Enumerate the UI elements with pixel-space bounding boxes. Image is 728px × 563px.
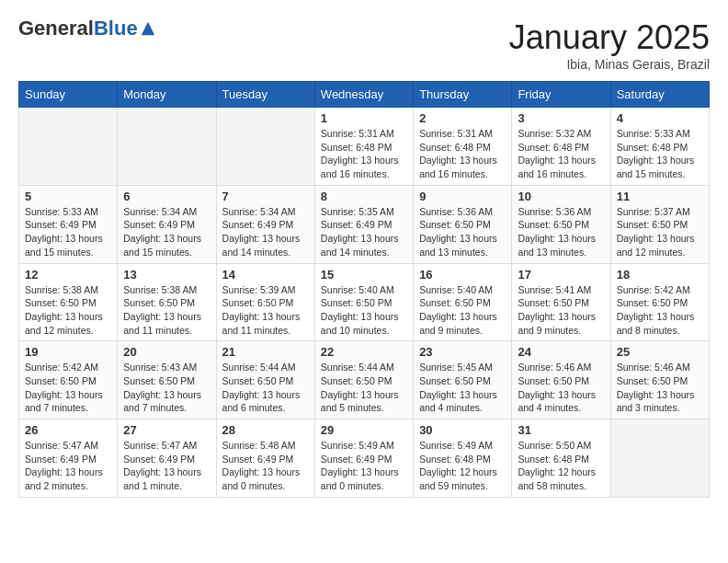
day-info: Sunrise: 5:34 AMSunset: 6:49 PMDaylight:… xyxy=(222,205,309,259)
weekday-header: Wednesday xyxy=(314,82,413,108)
calendar-cell: 21Sunrise: 5:44 AMSunset: 6:50 PMDayligh… xyxy=(216,341,314,419)
calendar-table: SundayMondayTuesdayWednesdayThursdayFrid… xyxy=(18,81,710,498)
day-number: 28 xyxy=(222,423,309,437)
calendar-cell: 1Sunrise: 5:31 AMSunset: 6:48 PMDaylight… xyxy=(314,108,413,186)
day-info: Sunrise: 5:33 AMSunset: 6:49 PMDaylight:… xyxy=(25,205,111,259)
day-number: 23 xyxy=(419,345,506,359)
calendar-week-row: 26Sunrise: 5:47 AMSunset: 6:49 PMDayligh… xyxy=(19,419,710,498)
calendar-cell: 20Sunrise: 5:43 AMSunset: 6:50 PMDayligh… xyxy=(118,341,216,419)
calendar-cell: 18Sunrise: 5:42 AMSunset: 6:50 PMDayligh… xyxy=(610,263,709,341)
day-info: Sunrise: 5:32 AMSunset: 6:48 PMDaylight:… xyxy=(518,127,604,181)
day-number: 9 xyxy=(419,190,506,203)
calendar-cell xyxy=(19,108,118,186)
calendar-cell: 12Sunrise: 5:38 AMSunset: 6:50 PMDayligh… xyxy=(19,263,118,341)
day-number: 19 xyxy=(25,345,111,359)
day-info: Sunrise: 5:50 AMSunset: 6:48 PMDaylight:… xyxy=(518,439,604,493)
calendar-cell: 31Sunrise: 5:50 AMSunset: 6:48 PMDayligh… xyxy=(512,419,610,498)
day-number: 5 xyxy=(25,190,111,203)
day-info: Sunrise: 5:48 AMSunset: 6:49 PMDaylight:… xyxy=(222,439,309,493)
day-number: 4 xyxy=(617,111,703,125)
weekday-header: Sunday xyxy=(19,82,118,108)
day-number: 13 xyxy=(123,268,210,282)
weekday-header: Saturday xyxy=(610,82,709,108)
logo-blue: Blue xyxy=(94,18,138,39)
calendar-cell: 4Sunrise: 5:33 AMSunset: 6:48 PMDaylight… xyxy=(610,108,709,186)
day-info: Sunrise: 5:40 AMSunset: 6:50 PMDaylight:… xyxy=(321,283,407,338)
day-number: 16 xyxy=(419,268,506,282)
day-number: 6 xyxy=(123,190,210,203)
day-info: Sunrise: 5:49 AMSunset: 6:48 PMDaylight:… xyxy=(419,439,506,493)
day-number: 1 xyxy=(321,111,407,125)
day-number: 22 xyxy=(321,345,407,359)
day-number: 11 xyxy=(617,190,703,203)
calendar-cell: 19Sunrise: 5:42 AMSunset: 6:50 PMDayligh… xyxy=(19,341,118,419)
day-info: Sunrise: 5:36 AMSunset: 6:50 PMDaylight:… xyxy=(419,205,506,259)
calendar-cell: 15Sunrise: 5:40 AMSunset: 6:50 PMDayligh… xyxy=(314,263,413,341)
calendar-cell: 11Sunrise: 5:37 AMSunset: 6:50 PMDayligh… xyxy=(610,185,709,263)
day-number: 25 xyxy=(617,345,703,359)
calendar-week-row: 19Sunrise: 5:42 AMSunset: 6:50 PMDayligh… xyxy=(19,341,710,419)
calendar-cell: 8Sunrise: 5:35 AMSunset: 6:49 PMDaylight… xyxy=(314,185,413,263)
weekday-header: Tuesday xyxy=(216,82,314,108)
day-number: 3 xyxy=(518,111,604,125)
day-info: Sunrise: 5:42 AMSunset: 6:50 PMDaylight:… xyxy=(25,361,111,415)
calendar-cell: 13Sunrise: 5:38 AMSunset: 6:50 PMDayligh… xyxy=(118,263,216,341)
calendar-cell: 16Sunrise: 5:40 AMSunset: 6:50 PMDayligh… xyxy=(414,263,512,341)
day-number: 26 xyxy=(25,423,111,437)
calendar-week-row: 12Sunrise: 5:38 AMSunset: 6:50 PMDayligh… xyxy=(19,263,710,341)
calendar-cell: 23Sunrise: 5:45 AMSunset: 6:50 PMDayligh… xyxy=(414,341,512,419)
day-info: Sunrise: 5:39 AMSunset: 6:50 PMDaylight:… xyxy=(222,283,309,338)
day-info: Sunrise: 5:47 AMSunset: 6:49 PMDaylight:… xyxy=(123,439,210,493)
day-info: Sunrise: 5:31 AMSunset: 6:48 PMDaylight:… xyxy=(419,127,506,181)
weekday-header: Friday xyxy=(512,82,610,108)
calendar-cell: 27Sunrise: 5:47 AMSunset: 6:49 PMDayligh… xyxy=(118,419,216,498)
day-info: Sunrise: 5:46 AMSunset: 6:50 PMDaylight:… xyxy=(617,361,703,415)
day-info: Sunrise: 5:40 AMSunset: 6:50 PMDaylight:… xyxy=(419,283,506,338)
day-info: Sunrise: 5:41 AMSunset: 6:50 PMDaylight:… xyxy=(518,283,604,338)
day-info: Sunrise: 5:37 AMSunset: 6:50 PMDaylight:… xyxy=(617,205,703,259)
calendar-cell: 14Sunrise: 5:39 AMSunset: 6:50 PMDayligh… xyxy=(216,263,314,341)
day-number: 2 xyxy=(419,111,506,125)
day-number: 20 xyxy=(123,345,210,359)
day-number: 31 xyxy=(518,423,604,437)
day-number: 15 xyxy=(321,268,407,282)
weekday-header-row: SundayMondayTuesdayWednesdayThursdayFrid… xyxy=(19,82,710,108)
calendar-cell: 2Sunrise: 5:31 AMSunset: 6:48 PMDaylight… xyxy=(414,108,512,186)
weekday-header: Thursday xyxy=(414,82,512,108)
calendar-cell xyxy=(610,419,709,498)
day-info: Sunrise: 5:45 AMSunset: 6:50 PMDaylight:… xyxy=(419,361,506,415)
calendar-cell: 28Sunrise: 5:48 AMSunset: 6:49 PMDayligh… xyxy=(216,419,314,498)
day-info: Sunrise: 5:42 AMSunset: 6:50 PMDaylight:… xyxy=(617,283,703,338)
svg-marker-0 xyxy=(141,22,154,35)
day-info: Sunrise: 5:31 AMSunset: 6:48 PMDaylight:… xyxy=(321,127,407,181)
day-info: Sunrise: 5:47 AMSunset: 6:49 PMDaylight:… xyxy=(25,439,111,493)
calendar-cell: 30Sunrise: 5:49 AMSunset: 6:48 PMDayligh… xyxy=(414,419,512,498)
calendar-cell xyxy=(216,108,314,186)
day-number: 7 xyxy=(222,190,309,203)
day-info: Sunrise: 5:49 AMSunset: 6:49 PMDaylight:… xyxy=(321,439,407,493)
logo-general: General xyxy=(18,18,94,39)
calendar-cell: 9Sunrise: 5:36 AMSunset: 6:50 PMDaylight… xyxy=(414,185,512,263)
day-number: 10 xyxy=(518,190,604,203)
day-number: 8 xyxy=(321,190,407,203)
day-number: 24 xyxy=(518,345,604,359)
day-number: 21 xyxy=(222,345,309,359)
location: Ibia, Minas Gerais, Brazil xyxy=(509,57,710,72)
calendar-week-row: 5Sunrise: 5:33 AMSunset: 6:49 PMDaylight… xyxy=(19,185,710,263)
day-info: Sunrise: 5:36 AMSunset: 6:50 PMDaylight:… xyxy=(518,205,604,259)
calendar-cell: 22Sunrise: 5:44 AMSunset: 6:50 PMDayligh… xyxy=(314,341,413,419)
day-number: 14 xyxy=(222,268,309,282)
calendar-cell: 5Sunrise: 5:33 AMSunset: 6:49 PMDaylight… xyxy=(19,185,118,263)
day-info: Sunrise: 5:38 AMSunset: 6:50 PMDaylight:… xyxy=(123,283,210,338)
day-info: Sunrise: 5:44 AMSunset: 6:50 PMDaylight:… xyxy=(321,361,407,415)
day-number: 27 xyxy=(123,423,210,437)
month-title: January 2025 xyxy=(509,18,710,57)
title-section: January 2025 Ibia, Minas Gerais, Brazil xyxy=(509,18,710,72)
day-number: 18 xyxy=(617,268,703,282)
day-info: Sunrise: 5:43 AMSunset: 6:50 PMDaylight:… xyxy=(123,361,210,415)
day-info: Sunrise: 5:35 AMSunset: 6:49 PMDaylight:… xyxy=(321,205,407,259)
day-number: 12 xyxy=(25,268,111,282)
day-info: Sunrise: 5:34 AMSunset: 6:49 PMDaylight:… xyxy=(123,205,210,259)
calendar-cell: 10Sunrise: 5:36 AMSunset: 6:50 PMDayligh… xyxy=(512,185,610,263)
day-info: Sunrise: 5:46 AMSunset: 6:50 PMDaylight:… xyxy=(518,361,604,415)
